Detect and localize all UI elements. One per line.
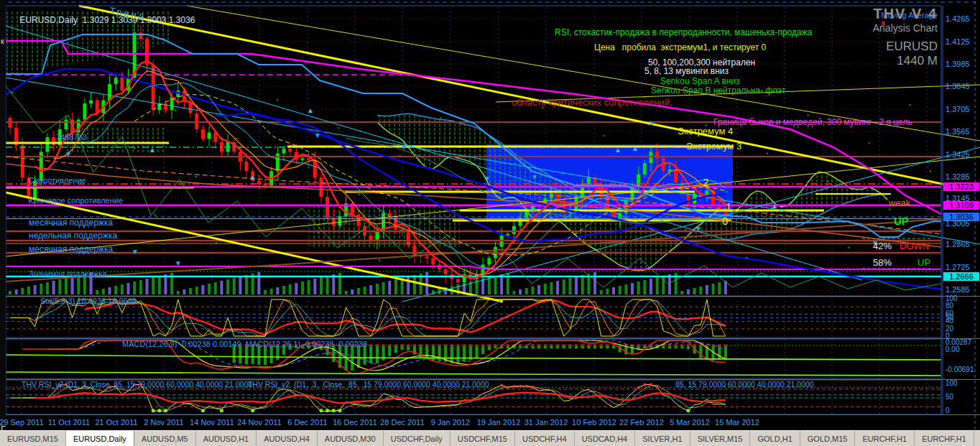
mt4-window: ▲▲▲▲▲▲▲▼▼▼▼▼▼▼▼▼ к Г EURUSD,Daily 1.3029… (0, 0, 980, 446)
svg-text:▼: ▼ (400, 143, 407, 151)
price-tick: 1.3005 (946, 219, 979, 228)
date-tick: 6 Dec 2011 (287, 418, 327, 427)
price-tick: 1.2725 (946, 263, 979, 271)
price-tick: 1.3565 (946, 127, 979, 136)
svg-text:▲: ▲ (307, 106, 314, 114)
svg-text:▼: ▼ (65, 150, 72, 158)
chart-tab[interactable]: SILVER,H1 (635, 431, 690, 446)
price-tick: 1.2666 (943, 272, 979, 281)
chart-tab[interactable]: AUDUSD,M30 (318, 431, 384, 446)
chart-tab[interactable]: EURUSD,M15 (0, 431, 66, 446)
scale-tick: 100 (946, 379, 979, 387)
scale-tick: -0.00691 (946, 366, 979, 373)
svg-text:▼: ▼ (484, 175, 491, 182)
date-tick: 29 Sep 2011 (0, 418, 44, 427)
price-tick: 1.4265 (946, 14, 979, 23)
date-tick: 24 Nov 2011 (237, 418, 282, 427)
date-tick: 2 Nov 2011 (144, 418, 183, 427)
svg-text:▼: ▼ (531, 173, 538, 181)
date-tick: 14 Nov 2011 (190, 418, 234, 427)
chart-tab[interactable]: AUDUSD,M5 (134, 431, 196, 446)
thv-rsi-panel (6, 384, 941, 413)
chart-tab[interactable]: SILVER,M15 (690, 431, 751, 446)
date-tick: 19 Jan 2012 (477, 418, 521, 427)
price-tick: 1.3285 (946, 172, 979, 181)
svg-text:▼: ▼ (314, 131, 321, 139)
indicator-chip[interactable]: Moving Average x (872, 3, 938, 36)
date-tick: 16 Dec 2011 (333, 418, 377, 427)
date-tick: 22 Feb 2012 (619, 418, 664, 427)
chart-tab[interactable]: USDCHF,M15 (450, 431, 515, 446)
scale-tick: 40 (946, 317, 979, 325)
margin-letter-top: к (1, 37, 4, 46)
svg-text:▲: ▲ (614, 146, 621, 154)
date-tick: 31 Jan 2012 (524, 418, 568, 427)
chart-canvas[interactable]: ▲▲▲▲▲▲▲▼▼▼▼▼▼▼▼▼ (0, 0, 980, 431)
svg-text:▲: ▲ (249, 173, 256, 181)
price-tick: 1.3845 (946, 82, 979, 90)
svg-text:▼: ▼ (695, 225, 702, 233)
chart-tabs: EURUSD,M15EURUSD,DailyAUDUSD,M5AUDUSD,H1… (0, 431, 980, 446)
chart-tab[interactable]: U (974, 431, 980, 446)
date-tick: 10 Feb 2012 (572, 418, 616, 427)
svg-text:▲: ▲ (632, 144, 639, 152)
chart-tab[interactable]: EURUSD,Daily (66, 431, 134, 446)
svg-text:▲: ▲ (149, 146, 156, 154)
svg-text:▼: ▼ (175, 259, 182, 267)
chart-tab[interactable]: AUDUSD,H1 (196, 431, 257, 446)
macd-panel (6, 340, 941, 376)
date-tick: 21 Oct 2011 (95, 418, 137, 427)
chart-tab[interactable]: AUDUSD,H4 (256, 431, 318, 446)
svg-text:▼: ▼ (131, 248, 139, 256)
date-tick: 11 Oct 2011 (48, 418, 90, 427)
price-tick: 1.3425 (946, 150, 979, 159)
date-tick: 28 Dec 2011 (380, 418, 425, 427)
chart-tab[interactable]: GOLD,H1 (750, 431, 800, 446)
scale-tick: 0 (946, 406, 979, 414)
chart-tab-bar: EURUSD,M15EURUSD,DailyAUDUSD,M5AUDUSD,H1… (0, 430, 980, 446)
chart-tab[interactable]: EURCHF,H1 (855, 431, 915, 446)
price-tick: 1.3985 (946, 60, 979, 68)
indicator-chip-label: Moving Average (881, 11, 938, 19)
svg-text:▲: ▲ (771, 202, 778, 210)
chart-tab[interactable]: EURCHF,H1 (915, 431, 974, 446)
price-tick: 1.3223 (943, 182, 979, 191)
chart-tab[interactable]: GOLD,M15 (800, 431, 856, 446)
date-tick: 5 Mar 2012 (670, 418, 710, 427)
date-tick: 15 Mar 2012 (715, 418, 759, 427)
indicator-chip-close-icon[interactable]: x (881, 19, 885, 27)
stochastic-panel (6, 299, 941, 336)
chart-tab[interactable]: USDCHF,H4 (515, 431, 575, 446)
date-tick: 9 Jan 2012 (431, 418, 470, 427)
price-tick: 1.2865 (946, 240, 979, 248)
chart-tab[interactable]: USDCAD,H4 (575, 431, 636, 446)
svg-text:▼: ▼ (872, 239, 879, 247)
scale-tick: 50 (946, 393, 979, 401)
chart-tab[interactable]: USDCHF,Daily (384, 431, 450, 446)
price-tick: 1.2585 (946, 285, 979, 294)
price-tick: 1.3109 (943, 201, 979, 210)
scale-tick: 80 (946, 302, 979, 310)
scale-tick: 0.00 (946, 345, 979, 353)
svg-text:▲: ▲ (647, 119, 655, 126)
price-tick: 1.3705 (946, 105, 979, 113)
window-left-margin: к Г (0, 0, 6, 431)
price-tick: 1.4125 (946, 37, 979, 46)
